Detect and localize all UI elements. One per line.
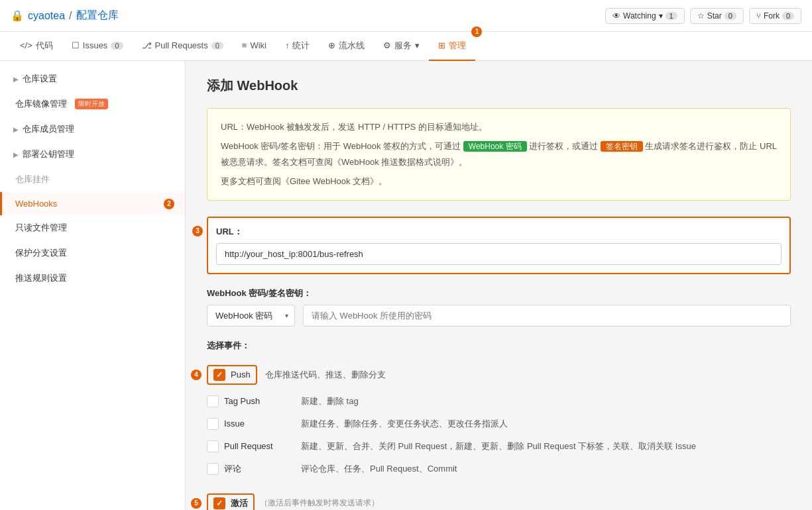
sidebar-label-repo-settings: 仓库设置 — [23, 73, 57, 85]
wiki-icon: ≡ — [242, 40, 247, 50]
event-tagpush-desc: 新建、删除 tag — [301, 395, 359, 407]
tab-manage-label: 管理 — [449, 40, 466, 52]
layout: ▶ 仓库设置 仓库镜像管理 限时开放 ▶ 仓库成员管理 ▶ 部署公钥管理 仓库挂… — [0, 61, 812, 510]
tab-services[interactable]: ⚙ 服务 ▾ — [374, 32, 429, 61]
pulls-icon: ⎇ — [142, 40, 152, 50]
repo-link[interactable]: 配置仓库 — [76, 9, 119, 23]
tab-stats-label: 统计 — [292, 40, 310, 52]
event-tagpush-label-wrapper[interactable]: Tag Push — [207, 395, 293, 407]
activate-checkbox-wrapper: 激活 — [207, 493, 255, 510]
push-checkbox[interactable] — [213, 369, 225, 381]
pulls-badge: 0 — [211, 42, 223, 50]
issues-icon: ☐ — [72, 40, 80, 50]
tab-code[interactable]: </> 代码 — [11, 32, 62, 61]
pr-checkbox[interactable] — [207, 440, 219, 452]
event-tagpush-row: Tag Push 新建、删除 tag — [207, 390, 791, 413]
url-input[interactable] — [216, 243, 782, 265]
annotation-1: 1 — [471, 26, 482, 37]
event-issue-label: Issue — [224, 419, 245, 429]
activate-hint: （激活后事件触发时将发送请求） — [260, 497, 379, 509]
sidebar-label-readonly-files: 只读文件管理 — [15, 222, 67, 234]
watching-count: 1 — [666, 12, 677, 20]
annotation-5: 5 — [191, 498, 202, 509]
sidebar-label-repo-members: 仓库成员管理 — [23, 123, 74, 135]
star-button[interactable]: ☆ Star 0 — [690, 8, 744, 24]
sidebar-item-deploy-keys[interactable]: ▶ 部署公钥管理 — [0, 142, 185, 167]
sidebar-item-readonly-files[interactable]: 只读文件管理 — [0, 215, 185, 240]
star-icon: ☆ — [697, 11, 705, 21]
issues-badge: 0 — [111, 42, 123, 50]
password-row: WebHook 密码 ▾ — [207, 305, 791, 327]
code-icon: </> — [20, 40, 32, 50]
activate-row: 5 激活 （激活后事件触发时将发送请求） — [207, 493, 791, 510]
tab-pulls-label: Pull Requests — [155, 40, 208, 50]
event-comment-label: 评论 — [224, 463, 241, 475]
tab-stats[interactable]: ↑ 统计 — [276, 32, 319, 61]
sidebar-item-push-rules[interactable]: 推送规则设置 — [0, 266, 185, 291]
sidebar-item-branch-protect[interactable]: 保护分支设置 — [0, 240, 185, 266]
sidebar-item-repo-settings[interactable]: ▶ 仓库设置 — [0, 66, 185, 91]
tagpush-checkbox[interactable] — [207, 395, 219, 407]
sidebar-item-repo-mirror[interactable]: 仓库镜像管理 限时开放 — [0, 91, 185, 117]
info-line1: URL：WebHook 被触发发后，发送 HTTP / HTTPS 的目标通知地… — [221, 119, 777, 134]
event-issue-row: Issue 新建任务、删除任务、变更任务状态、更改任务指派人 — [207, 413, 791, 435]
url-field: 3 URL： — [207, 217, 791, 274]
repo-title: 🔒 cyaotea / 配置仓库 — [11, 9, 119, 23]
url-label: URL： — [216, 226, 782, 238]
event-pr-label-wrapper[interactable]: Pull Request — [207, 440, 293, 452]
arrow-icon: ▶ — [13, 76, 19, 83]
fork-count: 0 — [782, 12, 794, 20]
services-icon: ⚙ — [383, 40, 391, 50]
events-label: 选择事件： — [207, 340, 791, 352]
tab-manage[interactable]: ⊞ 管理 1 — [429, 32, 475, 61]
password-label: WebHook 密码/签名密钥： — [207, 287, 791, 299]
event-comment-label-wrapper[interactable]: 评论 — [207, 463, 293, 475]
password-type-select[interactable]: WebHook 密码 — [207, 305, 295, 327]
password-input[interactable] — [303, 305, 791, 327]
event-comment-row: 评论 评论仓库、任务、Pull Request、Commit — [207, 458, 791, 480]
separator: / — [69, 10, 72, 22]
services-chevron: ▾ — [415, 40, 420, 50]
info-line3: 更多文档可查阅《Gitee WebHook 文档》。 — [221, 174, 777, 189]
tab-issues[interactable]: ☐ Issues 0 — [62, 32, 133, 61]
event-issue-label-wrapper[interactable]: Issue — [207, 418, 293, 430]
issue-checkbox[interactable] — [207, 418, 219, 430]
event-push-row: 4 Push 仓库推送代码、推送、删除分支 — [207, 360, 791, 390]
tab-services-label: 服务 — [394, 40, 412, 52]
tab-issues-label: Issues — [83, 40, 108, 50]
stats-icon: ↑ — [285, 40, 290, 50]
chevron-down-icon: ▾ — [659, 11, 663, 21]
tag-sign-key: 签名密钥 — [601, 141, 643, 152]
sidebar-item-plugins[interactable]: 仓库挂件 — [0, 167, 185, 192]
info-line2-mid: 进行签权，或通过 — [529, 141, 598, 151]
arrow-icon-3: ▶ — [13, 151, 19, 158]
tab-wiki[interactable]: ≡ Wiki — [233, 32, 276, 61]
header: 🔒 cyaotea / 配置仓库 👁 Watching ▾ 1 ☆ Star 0… — [0, 0, 812, 32]
watching-button[interactable]: 👁 Watching ▾ 1 — [605, 8, 685, 24]
info-line3-pre: 更多文档可查阅《Gitee WebHook 文档》。 — [221, 176, 387, 186]
sidebar-item-webhooks[interactable]: WebHooks 2 — [0, 192, 185, 215]
lock-icon: 🔒 — [11, 9, 24, 22]
sidebar-label-branch-protect: 保护分支设置 — [15, 247, 67, 259]
annotation-3: 3 — [192, 226, 203, 236]
pipeline-icon: ⊕ — [328, 40, 335, 50]
comment-checkbox[interactable] — [207, 463, 219, 475]
event-tagpush-label: Tag Push — [224, 396, 260, 406]
sidebar-label-repo-mirror: 仓库镜像管理 — [15, 98, 67, 110]
tab-code-label: 代码 — [36, 40, 53, 52]
owner-link[interactable]: cyaotea — [28, 10, 65, 22]
event-pr-desc: 新建、更新、合并、关闭 Pull Request，新建、更新、删除 Pull R… — [301, 440, 696, 452]
sidebar: ▶ 仓库设置 仓库镜像管理 限时开放 ▶ 仓库成员管理 ▶ 部署公钥管理 仓库挂… — [0, 61, 186, 510]
sidebar-label-deploy-keys: 部署公钥管理 — [23, 148, 74, 160]
annotation-4: 4 — [191, 370, 202, 380]
sidebar-item-repo-members[interactable]: ▶ 仓库成员管理 — [0, 117, 185, 142]
fork-button[interactable]: ⑂ Fork 0 — [749, 8, 801, 24]
arrow-icon-2: ▶ — [13, 126, 19, 133]
star-label: Star — [707, 11, 722, 21]
tab-pipeline[interactable]: ⊕ 流水线 — [319, 32, 374, 61]
tab-pulls[interactable]: ⎇ Pull Requests 0 — [133, 32, 233, 61]
form-container: 3 URL： WebHook 密码/签名密钥： WebHook 密码 ▾ — [207, 217, 791, 510]
event-pr-label: Pull Request — [224, 441, 273, 451]
activate-checkbox[interactable] — [213, 497, 225, 509]
tab-pipeline-label: 流水线 — [339, 40, 365, 52]
